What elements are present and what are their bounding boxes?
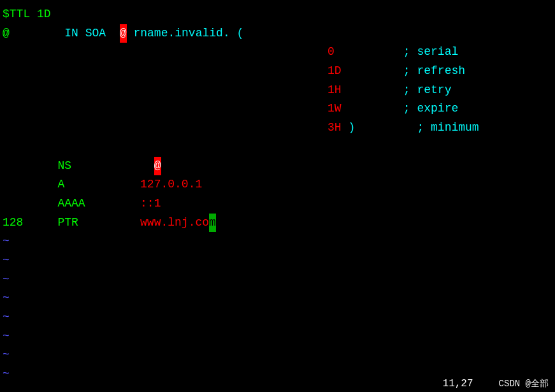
retry-comment: ; retry (403, 81, 452, 100)
cursor-at-ns: @ (154, 157, 161, 176)
line-expire: 1W ; expire (3, 99, 552, 119)
line-aaaa: AAAA ::1 (3, 194, 552, 214)
refresh-comment: ; refresh (403, 62, 465, 81)
editor-area: $TTL 1D @ IN SOA @ rname.invalid. ( 0 ; … (0, 0, 555, 389)
line-minimum: 3H ) ; minimum (3, 119, 552, 138)
a-value: 127.0.0.1 (140, 175, 202, 194)
tilde-3: ~ (3, 270, 552, 289)
tilde-7: ~ (3, 345, 552, 365)
minimum-comment: ; minimum (417, 119, 479, 138)
minimum-value: 3H (328, 119, 342, 138)
expire-comment: ; expire (403, 99, 458, 119)
retry-value: 1H (328, 81, 342, 100)
line-serial: 0 ; serial (3, 43, 552, 62)
ptr-number: 128 (3, 214, 23, 233)
line-retry: 1H ; retry (3, 81, 552, 100)
ns-label: NS (57, 157, 71, 176)
tilde-4: ~ (3, 289, 552, 308)
tilde-2: ~ (3, 251, 552, 270)
aaaa-label: AAAA (57, 194, 85, 214)
line-a: A 127.0.0.1 (3, 175, 552, 194)
line-soa: @ IN SOA @ rname.invalid. ( (3, 24, 552, 43)
expire-value: 1W (328, 99, 342, 119)
cursor-at-soa: @ (120, 24, 127, 43)
line-empty (3, 138, 552, 157)
aaaa-value: ::1 (140, 194, 161, 214)
closing-paren: ) (342, 119, 417, 138)
cursor-coords: 11,27 (443, 378, 473, 389)
serial-value: 0 (328, 43, 335, 62)
line-ptr: 128 PTR www.lnj.com (3, 214, 552, 233)
status-bar: 11,27 CSDN @全部 (0, 375, 555, 392)
line-ttl: $TTL 1D (3, 5, 552, 24)
ptr-value: www.lnj.co (140, 214, 209, 233)
tilde-5: ~ (3, 308, 552, 327)
ptr-label: PTR (57, 214, 78, 233)
line-refresh: 1D ; refresh (3, 62, 552, 81)
line-ns: NS @ (3, 157, 552, 176)
a-label: A (57, 175, 64, 194)
tilde-1: ~ (3, 232, 552, 251)
cursor-ptr: m (209, 214, 216, 233)
tilde-6: ~ (3, 327, 552, 346)
ttl-text: $TTL 1D (3, 5, 51, 24)
rname: rname.invalid. ( (127, 24, 244, 43)
refresh-value: 1D (328, 62, 342, 81)
in-soa: IN SOA (64, 24, 106, 43)
serial-comment: ; serial (403, 43, 458, 62)
watermark: CSDN @全部 (499, 378, 549, 389)
at-sign: @ (3, 24, 10, 43)
